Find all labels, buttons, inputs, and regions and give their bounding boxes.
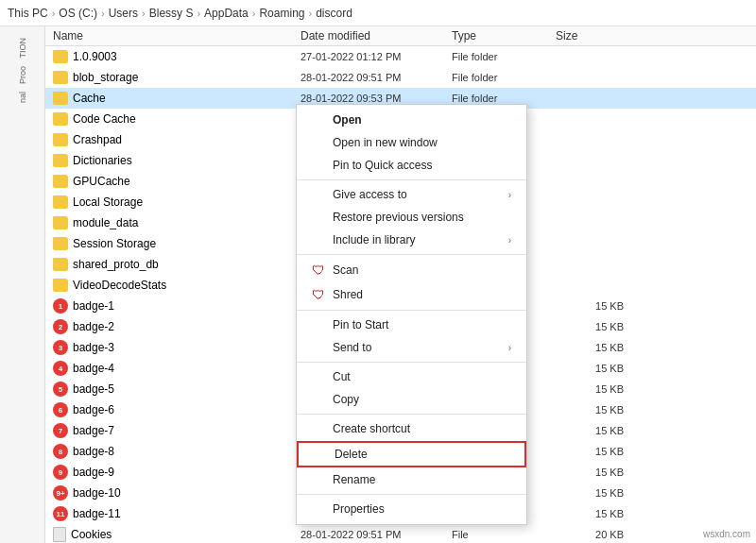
badge-icon: 7 [53,423,68,438]
context-menu-label: Shred [333,288,511,301]
badge-icon: 5 [53,382,68,397]
folder-icon [53,50,68,63]
file-name: GPUCache [73,175,130,188]
sidebar-label-1: TION [18,38,27,59]
file-name-cell: 1 badge-1 [45,298,301,314]
file-row[interactable]: blob_storage 28-01-2022 09:51 PM File fo… [45,67,756,88]
file-name-cell: Local Storage [45,195,301,209]
file-name: badge-4 [73,362,114,375]
file-name-cell: 9 badge-9 [45,465,301,480]
menu-divider [297,494,526,495]
breadcrumb-users[interactable]: Users [109,7,138,20]
context-menu-item-cut[interactable]: Cut [297,365,526,388]
breadcrumb-thispc[interactable]: This PC [8,7,48,20]
file-row[interactable]: Cookies 28-01-2022 09:51 PM File 20 KB [45,524,756,543]
file-size: 15 KB [556,300,631,312]
column-headers: Name Date modified Type Size [45,26,756,46]
sidebar: TION Proo nal [0,26,45,543]
folder-icon [53,237,68,250]
file-name-cell: 3 badge-3 [45,340,301,355]
sidebar-label-3: nal [18,92,27,103]
file-date: 28-01-2022 09:53 PM [301,93,452,104]
folder-icon [53,112,68,126]
submenu-arrow-icon: › [508,235,511,246]
file-name: blob_storage [73,71,138,84]
folder-icon [53,175,68,188]
context-menu-item-pin-to-quick-access[interactable]: Pin to Quick access [297,154,526,177]
badge-icon: 9 [53,465,68,480]
file-name: 1.0.9003 [73,50,117,63]
file-type: File folder [452,72,556,83]
context-menu-item-scan[interactable]: 🛡Scan [297,258,526,282]
breadcrumb-appdata[interactable]: AppData [204,7,249,20]
context-menu-label: Open [333,113,511,127]
watermark: wsxdn.com [703,529,750,539]
shield-icon: 🛡 [312,263,329,278]
file-type: File folder [452,93,556,104]
context-menu-item-give-access-to[interactable]: Give access to› [297,183,526,206]
breadcrumb-osc[interactable]: OS (C:) [59,7,97,20]
context-menu-label: Scan [333,263,511,277]
context-menu-label: Send to [333,341,508,354]
file-date: 27-01-2022 01:12 PM [301,51,452,62]
context-menu-label: Pin to Quick access [333,159,511,172]
file-date: 28-01-2022 09:51 PM [301,72,452,83]
file-name: Session Storage [73,237,156,250]
context-menu-item-include-in-library[interactable]: Include in library› [297,229,526,251]
context-menu-item-open[interactable]: Open [297,109,526,131]
context-menu-label: Cut [333,370,511,383]
file-name: badge-5 [73,382,114,396]
context-menu-item-create-shortcut[interactable]: Create shortcut [297,417,526,440]
badge-icon: 1 [53,298,68,314]
context-menu-item-shred[interactable]: 🛡Shred [297,282,526,307]
file-name-cell: 2 badge-2 [45,319,301,334]
file-name-cell: Cache [45,92,301,105]
menu-divider [297,414,526,415]
file-row[interactable]: 1.0.9003 27-01-2022 01:12 PM File folder [45,46,756,67]
breadcrumb-discord[interactable]: discord [316,7,352,20]
breadcrumb-user[interactable]: Blessy S [149,7,194,20]
file-name: Dictionaries [73,154,132,167]
col-header-size[interactable]: Size [556,29,631,42]
submenu-arrow-icon: › [508,190,511,200]
col-header-date[interactable]: Date modified [301,29,452,42]
file-name: badge-3 [73,341,114,354]
context-menu-item-delete[interactable]: Delete [297,441,526,467]
file-name-cell: 7 badge-7 [45,423,301,438]
file-name-cell: Session Storage [45,237,301,250]
badge-icon: 6 [53,402,68,417]
file-name: shared_proto_db [73,258,159,271]
sidebar-label-2: Proo [18,66,27,84]
context-menu-item-send-to[interactable]: Send to› [297,336,526,359]
context-menu-item-copy[interactable]: Copy [297,388,526,411]
col-header-type[interactable]: Type [452,29,556,42]
context-menu-item-open-in-new-window[interactable]: Open in new window [297,131,526,154]
file-size: 15 KB [556,425,631,436]
badge-icon: 2 [53,319,68,334]
context-menu-item-restore-previous-versions[interactable]: Restore previous versions [297,206,526,229]
file-name-cell: 4 badge-4 [45,361,301,376]
file-name: badge-2 [73,320,114,333]
col-header-name[interactable]: Name [45,29,301,42]
folder-icon [53,154,68,167]
file-name: Cache [73,92,106,105]
file-name: badge-9 [73,466,114,479]
breadcrumb-roaming[interactable]: Roaming [259,7,304,20]
context-menu-label: Delete [335,448,509,461]
file-name: badge-6 [73,403,114,416]
file-name: badge-11 [73,507,121,520]
folder-icon [53,279,68,292]
folder-icon [53,71,68,84]
file-size: 15 KB [556,342,631,353]
context-menu-item-rename[interactable]: Rename [297,468,526,491]
context-menu-label: Pin to Start [333,318,511,331]
file-type: File [452,529,556,540]
file-name: badge-1 [73,299,114,313]
file-list: Name Date modified Type Size 1.0.9003 27… [45,26,756,543]
context-menu-item-properties[interactable]: Properties [297,498,526,520]
context-menu-item-pin-to-start[interactable]: Pin to Start [297,314,526,336]
badge-icon: 4 [53,361,68,376]
file-size: 15 KB [556,467,631,478]
file-name: badge-7 [73,424,114,437]
file-size: 15 KB [556,508,631,519]
